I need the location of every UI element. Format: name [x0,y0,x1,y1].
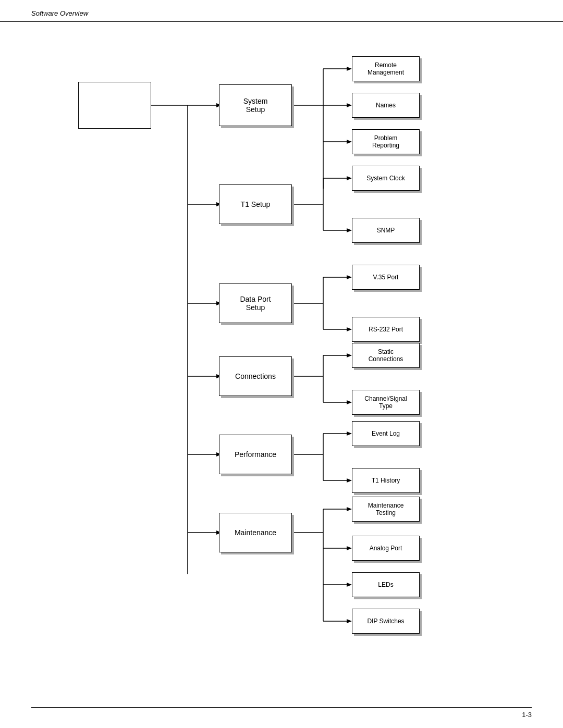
header-title: Software Overview [31,9,88,17]
svg-marker-33 [347,327,352,331]
svg-marker-37 [347,353,352,357]
names-box: Names [352,93,420,118]
svg-marker-49 [347,507,352,511]
event-log-box: Event Log [352,421,420,446]
svg-marker-43 [347,431,352,436]
system-clock-box: System Clock [352,166,420,191]
dip-switches-box: DIP Switches [352,609,420,634]
svg-marker-19 [347,103,352,107]
remote-monitor-box [78,82,151,129]
t1-setup-box: T1 Setup [219,184,292,224]
snmp-box: SNMP [352,218,420,243]
connections-box: Connections [219,356,292,396]
maintenance-testing-box: Maintenance Testing [352,497,420,522]
svg-marker-25 [347,176,352,180]
v35-port-box: V.35 Port [352,265,420,290]
system-setup-box: System Setup [219,84,292,126]
page-header: Software Overview [0,0,563,22]
svg-marker-31 [347,275,352,279]
svg-marker-39 [347,400,352,404]
diagram-area: System Setup T1 Setup Data Port Setup Co… [0,22,563,710]
svg-marker-55 [347,619,352,623]
page-footer: 1-3 [31,707,532,719]
diagram-container: System Setup T1 Setup Data Port Setup Co… [68,53,516,678]
analog-port-box: Analog Port [352,536,420,561]
remote-management-box: Remote Management [352,56,420,81]
channel-signal-type-box: Channel/Signal Type [352,390,420,415]
svg-marker-21 [347,140,352,144]
maintenance-box: Maintenance [219,513,292,552]
svg-marker-45 [347,478,352,483]
static-connections-box: Static Connections [352,343,420,368]
page-number: 1-3 [522,711,532,719]
t1-history-box: T1 History [352,468,420,493]
rs232-port-box: RS-232 Port [352,317,420,342]
leds-box: LEDs [352,572,420,597]
data-port-setup-box: Data Port Setup [219,283,292,323]
svg-marker-51 [347,546,352,550]
problem-reporting-box: Problem Reporting [352,129,420,154]
svg-marker-17 [347,67,352,71]
svg-marker-53 [347,583,352,587]
performance-box: Performance [219,435,292,474]
connector-lines [68,53,516,678]
svg-marker-27 [347,228,352,232]
